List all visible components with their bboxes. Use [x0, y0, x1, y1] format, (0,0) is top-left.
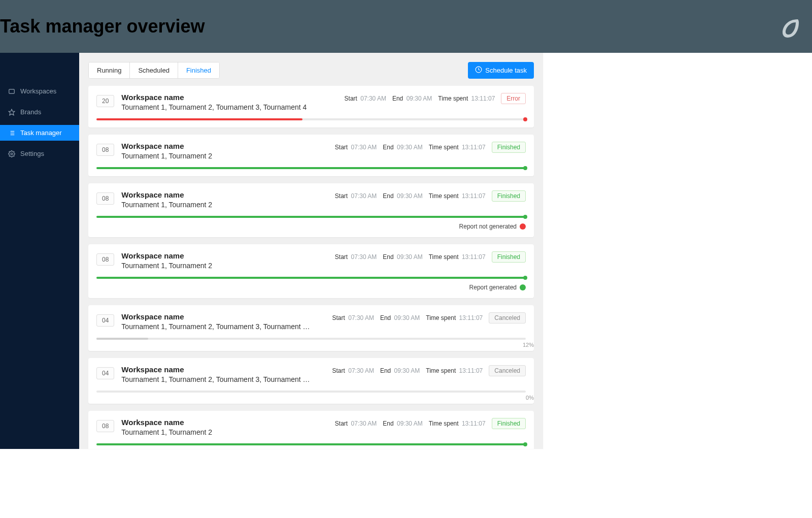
task-card[interactable]: 08Workspace nameTournament 1, Tournament…: [88, 183, 534, 237]
task-title-block: Workspace nameTournament 1, Tournament 2…: [121, 312, 325, 331]
progress-fill: [96, 443, 526, 445]
task-card-head: 20Workspace nameTournament 1, Tournament…: [96, 93, 526, 111]
progress-fill: [96, 216, 526, 218]
progress-dot: [523, 215, 527, 219]
workspace-name: Workspace name: [121, 418, 328, 427]
workspace-name: Workspace name: [121, 251, 328, 260]
status-badge: Finished: [492, 190, 526, 202]
task-meta: Start 07:30 AMEnd 09:30 AMTime spent 13:…: [335, 142, 526, 153]
progress-bar: [96, 391, 526, 393]
task-card[interactable]: 04Workspace nameTournament 1, Tournament…: [88, 358, 534, 404]
meta-value-time_spent: 13:11:07: [459, 314, 483, 321]
task-meta: Start 07:30 AMEnd 09:30 AMTime spent 13:…: [335, 190, 526, 202]
meta-label-end: End: [380, 367, 391, 374]
task-card[interactable]: 08Workspace nameTournament 1, Tournament…: [88, 244, 534, 298]
gear-icon: [8, 150, 15, 157]
task-count-badge: 08: [96, 144, 114, 156]
meta-label-end: End: [380, 314, 391, 321]
task-meta: Start 07:30 AMEnd 09:30 AMTime spent 13:…: [345, 93, 526, 104]
progress-dot: [523, 276, 527, 280]
task-title-block: Workspace nameTournament 1, Tournament 2…: [121, 365, 325, 383]
sidebar-item-label: Task manager: [20, 129, 62, 137]
meta-label-time_spent: Time spent: [438, 95, 468, 102]
progress-percent: 0%: [526, 395, 534, 401]
page-banner: Task manager overview: [0, 0, 812, 53]
meta-label-time_spent: Time spent: [429, 420, 459, 427]
sidebar-item-brands[interactable]: Brands: [0, 104, 79, 120]
progress-fill: [96, 338, 148, 340]
page-title: Task manager overview: [0, 16, 205, 37]
leaf-icon: [777, 15, 802, 40]
svg-point-8: [11, 153, 13, 155]
meta-value-time_spent: 13:11:07: [471, 95, 495, 102]
task-subtitle: Tournament 1, Tournament 2: [121, 428, 328, 436]
sidebar-item-workspaces[interactable]: Workspaces: [0, 83, 79, 99]
task-count-badge: 08: [96, 420, 114, 432]
task-card-head: 04Workspace nameTournament 1, Tournament…: [96, 312, 526, 331]
tab-running[interactable]: Running: [89, 62, 130, 78]
meta-label-start: Start: [345, 95, 357, 102]
meta-value-end: 09:30 AM: [394, 314, 420, 321]
sidebar-item-task-manager[interactable]: Task manager: [0, 125, 79, 141]
task-title-block: Workspace nameTournament 1, Tournament 2: [121, 142, 328, 160]
task-subtitle: Tournament 1, Tournament 2, Tournament 3…: [121, 103, 337, 111]
star-icon: [8, 109, 15, 116]
meta-value-start: 07:30 AM: [351, 144, 377, 151]
task-card-head: 08Workspace nameTournament 1, Tournament…: [96, 190, 526, 209]
svg-rect-0: [9, 89, 15, 93]
meta-label-end: End: [383, 192, 393, 200]
progress-bar: [96, 216, 526, 218]
progress-dot: [523, 442, 527, 446]
task-count-badge: 08: [96, 253, 114, 266]
progress-bar: [96, 338, 526, 340]
workspace-name: Workspace name: [121, 312, 325, 321]
progress-bar: [96, 443, 526, 445]
task-subtitle: Tournament 1, Tournament 2, Tournament 3…: [121, 322, 325, 331]
tabs: Running Scheduled Finished: [88, 62, 220, 79]
task-meta: Start 07:30 AMEnd 09:30 AMTime spent 13:…: [335, 251, 526, 263]
footer-text: Report not generated: [459, 223, 517, 230]
meta-value-time_spent: 13:11:07: [462, 420, 486, 427]
workspace-name: Workspace name: [121, 93, 337, 102]
main-panel: Running Scheduled Finished Schedule task…: [79, 53, 543, 449]
progress-fill: [96, 277, 526, 279]
task-footer-note: Report not generated: [96, 223, 526, 230]
task-card[interactable]: 08Workspace nameTournament 1, Tournament…: [88, 411, 534, 449]
footer-dot-icon: [520, 284, 526, 290]
task-card[interactable]: 08Workspace nameTournament 1, Tournament…: [88, 135, 534, 176]
meta-value-start: 07:30 AM: [351, 253, 377, 261]
list-icon: [8, 130, 15, 137]
progress-fill: [96, 118, 302, 120]
meta-value-end: 09:30 AM: [397, 253, 423, 261]
meta-value-time_spent: 13:11:07: [462, 253, 486, 261]
meta-label-start: Start: [335, 420, 348, 427]
meta-label-end: End: [383, 253, 393, 261]
meta-label-start: Start: [335, 144, 348, 151]
tab-scheduled[interactable]: Scheduled: [130, 62, 178, 78]
task-meta: Start 07:30 AMEnd 09:30 AMTime spent 13:…: [332, 312, 526, 323]
tab-finished[interactable]: Finished: [178, 62, 219, 78]
meta-label-start: Start: [332, 314, 345, 321]
meta-label-end: End: [383, 144, 393, 151]
meta-value-end: 09:30 AM: [397, 192, 423, 200]
sidebar-item-settings[interactable]: Settings: [0, 146, 79, 161]
meta-value-start: 07:30 AM: [348, 367, 374, 374]
meta-label-time_spent: Time spent: [426, 367, 456, 374]
meta-label-time_spent: Time spent: [429, 192, 459, 200]
status-badge: Finished: [492, 251, 526, 263]
task-footer-note: Report generated: [96, 284, 526, 291]
meta-value-time_spent: 13:11:07: [462, 144, 486, 151]
status-badge: Error: [501, 93, 526, 104]
progress-percent: 12%: [523, 342, 534, 348]
svg-marker-1: [9, 109, 15, 115]
meta-value-start: 07:30 AM: [351, 192, 377, 200]
schedule-task-button[interactable]: Schedule task: [468, 62, 534, 79]
task-meta: Start 07:30 AMEnd 09:30 AMTime spent 13:…: [332, 365, 526, 376]
task-card[interactable]: 20Workspace nameTournament 1, Tournament…: [88, 86, 534, 127]
task-card-head: 08Workspace nameTournament 1, Tournament…: [96, 418, 526, 436]
task-card[interactable]: 04Workspace nameTournament 1, Tournament…: [88, 305, 534, 351]
meta-value-end: 09:30 AM: [397, 144, 423, 151]
sidebar: Workspaces Brands Task manager Settings: [0, 53, 79, 449]
task-title-block: Workspace nameTournament 1, Tournament 2: [121, 190, 328, 209]
topbar: Running Scheduled Finished Schedule task: [88, 62, 534, 79]
